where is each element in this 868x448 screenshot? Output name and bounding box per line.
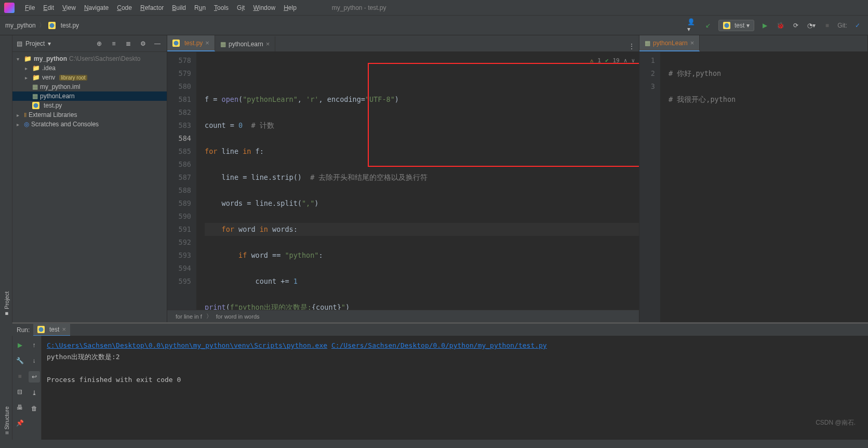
check-icon: ✔: [605, 54, 609, 67]
tree-scratches[interactable]: ▸◎ Scratches and Consoles: [12, 120, 167, 129]
left-tool-gutter-bottom: ≡ Structure: [0, 336, 12, 440]
python-file-icon: [172, 39, 180, 47]
stop-button[interactable]: ■: [822, 20, 832, 31]
stop-button[interactable]: ■: [15, 371, 25, 381]
git-update-icon[interactable]: ✓: [852, 20, 863, 31]
collapse-all-icon[interactable]: ≣: [123, 38, 133, 49]
tree-idea[interactable]: ▸📁 .idea: [12, 63, 167, 73]
menu-view[interactable]: View: [58, 2, 80, 14]
minimize-icon[interactable]: —: [152, 38, 163, 49]
soft-wrap-icon[interactable]: ↩: [29, 371, 40, 383]
run-config-selector[interactable]: test ▾: [718, 20, 754, 31]
editor-bc-1[interactable]: for line in f: [176, 313, 202, 320]
editor-main[interactable]: ⚠1 ✔19 ∧ ∨ 57857958058158258358458558658…: [167, 52, 639, 310]
editor-secondary[interactable]: 123 # 你好,python # 我很开心,python: [639, 52, 867, 322]
add-user-icon[interactable]: 👤▾: [687, 20, 698, 31]
project-panel-title: Project: [25, 40, 45, 47]
menu-git[interactable]: Git: [233, 2, 249, 14]
back-icon[interactable]: ↙: [703, 20, 713, 31]
run-tab[interactable]: test×: [33, 323, 70, 336]
tree-pythonlearn[interactable]: ▦ pythonLearn: [12, 91, 167, 101]
tab-pythonlearn-left[interactable]: ▦pythonLearn×: [215, 36, 275, 51]
rerun-button[interactable]: ▶: [15, 340, 25, 350]
menubar: File Edit View Navigate Code Refactor Bu…: [0, 0, 868, 16]
tab-pythonlearn-right[interactable]: ▦pythonLearn×: [639, 35, 700, 51]
profiler-button[interactable]: ◔▾: [806, 20, 817, 31]
run-config-name: test: [735, 22, 744, 29]
left-tool-gutter: ■ Project ○ Commit: [0, 35, 12, 322]
watermark: CSDN @南石.: [816, 418, 856, 427]
python-file-icon: [32, 102, 39, 109]
up-icon[interactable]: ∧: [624, 54, 627, 67]
settings-icon[interactable]: ⚙: [138, 38, 148, 49]
output-interpreter-link[interactable]: C:\Users\Sachsen\Desktop\0.0\python\my_p…: [47, 341, 327, 349]
menu-window[interactable]: Window: [249, 2, 279, 14]
gutter: 5785795805815825835845855865875885895905…: [167, 52, 196, 310]
layout-icon[interactable]: ⊟: [15, 387, 25, 397]
expand-all-icon[interactable]: ≡: [109, 38, 119, 49]
menu-run[interactable]: Run: [190, 2, 210, 14]
wrench-icon[interactable]: 🔧: [15, 355, 25, 366]
editor-bc-2[interactable]: for word in words: [216, 313, 260, 320]
down-icon[interactable]: ∨: [631, 54, 635, 67]
menu-build[interactable]: Build: [168, 2, 190, 14]
python-icon: [37, 326, 45, 333]
output-script-link[interactable]: C:/Users/Sachsen/Desktop/0.0/python/my_p…: [331, 341, 547, 349]
close-icon[interactable]: ×: [205, 39, 209, 47]
trash-icon[interactable]: 🗑: [29, 403, 39, 414]
menu-tools[interactable]: Tools: [210, 2, 233, 14]
editor-tabs-left: test.py× ▦pythonLearn× ⋮: [167, 35, 639, 52]
menu-refactor[interactable]: Refactor: [136, 2, 168, 14]
output-line: python出现的次数是:2: [47, 351, 863, 363]
tree-root[interactable]: ▾📁 my_python C:\Users\Sachsen\Deskto: [12, 54, 167, 63]
tabs-more-icon[interactable]: ⋮: [626, 41, 637, 51]
scroll-end-icon[interactable]: ⤓: [29, 388, 39, 398]
up-arrow-icon[interactable]: ↑: [29, 340, 39, 350]
chevron-down-icon[interactable]: ▾: [48, 40, 51, 47]
breadcrumb-sep: 〉: [39, 21, 45, 30]
breadcrumb-root[interactable]: my_python: [5, 22, 36, 29]
menu-code[interactable]: Code: [113, 2, 136, 14]
close-icon[interactable]: ×: [62, 325, 66, 333]
run-tool-header: Run: test×: [12, 322, 868, 336]
menu-navigate[interactable]: Navigate: [80, 2, 113, 14]
inspection-badges[interactable]: ⚠1 ✔19 ∧ ∨: [590, 54, 635, 67]
close-icon[interactable]: ×: [266, 40, 270, 48]
debug-button[interactable]: 🐞: [775, 20, 785, 31]
pin-icon[interactable]: 📌: [15, 418, 25, 428]
side-tab-structure[interactable]: ≡ Structure: [2, 336, 12, 440]
menu-edit[interactable]: Edit: [39, 2, 58, 14]
breadcrumb-file[interactable]: test.py: [61, 22, 79, 29]
python-file-icon: [48, 22, 56, 29]
project-panel: ▤ Project ▾ ⊕ ≡ ≣ ⚙ — ▾📁 my_python C:\Us…: [12, 35, 167, 322]
warning-icon: ⚠: [590, 54, 594, 67]
run-output[interactable]: C:\Users\Sachsen\Desktop\0.0\python\my_p…: [42, 336, 868, 440]
tree-iml[interactable]: ▦ my_python.iml: [12, 82, 167, 91]
run-label: Run:: [17, 326, 30, 334]
menu-help[interactable]: Help: [279, 2, 301, 14]
code-area[interactable]: f = open("pythonLearn", 'r', encoding="U…: [196, 52, 639, 310]
toolbar: my_python 〉 test.py 👤▾ ↙ test ▾ ▶ 🐞 ⟳ ◔▾…: [0, 16, 868, 35]
side-tab-project[interactable]: ■ Project: [2, 35, 12, 322]
locate-icon[interactable]: ⊕: [94, 38, 104, 49]
tree-venv[interactable]: ▸📁 venvlibrary root: [12, 73, 167, 82]
tree-extlibs[interactable]: ▸⫴ External Libraries: [12, 110, 167, 120]
gutter-2: 123: [639, 52, 660, 322]
print-icon[interactable]: 🖶: [15, 402, 25, 413]
python-icon: [723, 22, 730, 29]
project-tree: ▾📁 my_python C:\Users\Sachsen\Deskto ▸📁 …: [12, 52, 167, 322]
run-tools-secondary: ↑ ↓ ↩ ⤓ 🗑: [27, 336, 42, 440]
code-area-2[interactable]: # 你好,python # 我很开心,python: [660, 52, 867, 322]
run-button[interactable]: ▶: [759, 20, 770, 31]
breadcrumb: my_python 〉 test.py: [5, 21, 79, 30]
close-icon[interactable]: ×: [690, 39, 695, 47]
coverage-button[interactable]: ⟳: [791, 20, 801, 31]
down-arrow-icon[interactable]: ↓: [29, 355, 39, 366]
chevron-down-icon: ▾: [746, 22, 750, 29]
side-tab-commit[interactable]: ○ Commit: [0, 35, 2, 322]
tab-testpy[interactable]: test.py×: [167, 35, 215, 51]
tree-testpy[interactable]: test.py: [12, 101, 167, 110]
menu-file[interactable]: File: [21, 2, 39, 14]
editor-breadcrumb: for line in f 〉 for word in words: [167, 310, 639, 322]
window-title: my_python - test.py: [332, 4, 386, 11]
